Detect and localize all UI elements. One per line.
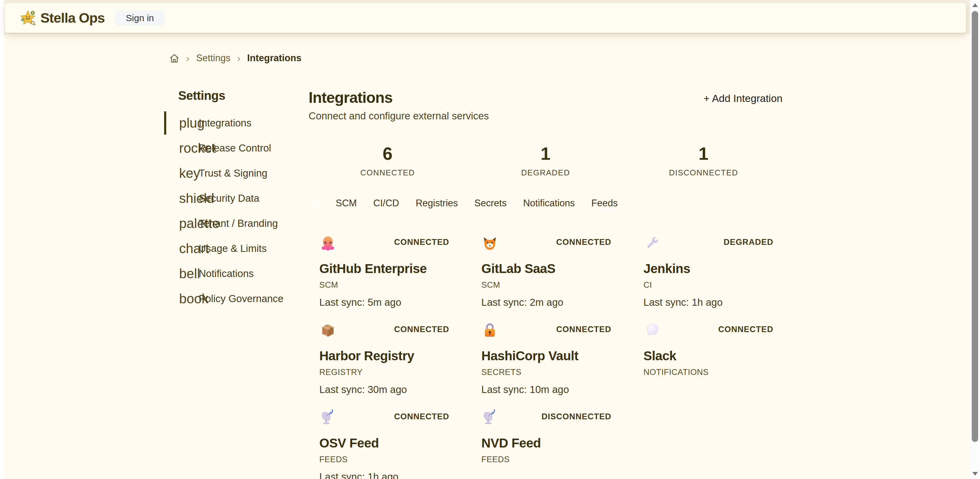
sidebar-item-label: Integrations [199, 117, 251, 129]
content-sheet: › Settings › Integrations Settings plug … [4, 34, 970, 479]
sidebar-item-label: Notifications [199, 268, 254, 279]
main-header: Integrations Connect and configure exter… [309, 89, 783, 122]
integration-name: GitHub Enterprise [319, 261, 449, 276]
integration-last-sync: Last sync: 2m ago [481, 297, 611, 308]
card-top-row: CONNECTED [481, 234, 611, 251]
breadcrumb-settings[interactable]: Settings [196, 53, 231, 64]
tab-notifications[interactable]: Notifications [523, 198, 575, 209]
stat-label: DEGRADED [466, 168, 625, 178]
tab-feeds[interactable]: Feeds [592, 198, 618, 209]
integration-card-jenkins[interactable]: DEGRADED Jenkins CI Last sync: 1h ago [633, 234, 783, 308]
breadcrumb: › Settings › Integrations [4, 53, 970, 64]
sidebar-item-label: Tenant / Branding [199, 218, 278, 229]
package-icon [319, 322, 336, 339]
sidebar-item-release-control[interactable]: rocket Release Control [164, 135, 309, 161]
stat-connected: 6 CONNECTED [309, 143, 466, 178]
sidebar-item-tenant-branding[interactable]: palette Tenant / Branding [164, 211, 309, 236]
tab-all[interactable]: All [309, 198, 319, 209]
card-top-row: CONNECTED [644, 322, 773, 339]
sidebar-item-label: Usage & Limits [199, 243, 267, 255]
sidebar-item-policy-governance[interactable]: book Policy Governance [164, 286, 309, 311]
status-badge: CONNECTED [556, 325, 611, 334]
octopus-icon [319, 234, 336, 251]
integration-card-gitlab-saas[interactable]: CONNECTED GitLab SaaS SCM Last sync: 2m … [471, 234, 620, 308]
scrollbar-down-arrow[interactable] [970, 469, 980, 479]
sidebar-item-icon-text: chart [179, 242, 199, 255]
status-badge: DEGRADED [724, 237, 773, 247]
integration-category: FEEDS [481, 455, 611, 464]
sidebar-item-icon-text: palette [179, 217, 199, 230]
integration-name: Slack [644, 349, 773, 363]
stat-value: 1 [625, 143, 783, 164]
scrollbar-up-arrow[interactable] [970, 0, 980, 10]
tab-ci-cd[interactable]: CI/CD [373, 198, 399, 209]
card-top-row: CONNECTED [481, 322, 611, 339]
stat-label: DISCONNECTED [625, 168, 783, 178]
tab-scm[interactable]: SCM [336, 198, 357, 209]
card-top-row: CONNECTED [319, 409, 449, 426]
sidebar-item-label: Security Data [199, 193, 259, 204]
down-triangle-icon [972, 472, 978, 476]
integration-name: Harbor Registry [319, 349, 449, 363]
integration-category: FEEDS [319, 455, 449, 464]
integration-card-osv-feed[interactable]: CONNECTED OSV Feed FEEDS Last sync: 1h a… [309, 409, 458, 479]
satellite-icon [319, 409, 336, 426]
integration-category: REGISTRY [319, 368, 449, 377]
breadcrumb-integrations: Integrations [247, 53, 301, 64]
vertical-scrollbar[interactable] [970, 0, 980, 479]
integration-cards-grid: CONNECTED GitHub Enterprise SCM Last syn… [309, 234, 783, 479]
sidebar-item-security-data[interactable]: shield Security Data [164, 186, 309, 211]
stella-ops-logo-icon [20, 10, 36, 26]
scrollbar-thumb[interactable] [972, 11, 978, 442]
card-top-row: DISCONNECTED [481, 409, 611, 426]
status-badge: CONNECTED [718, 325, 773, 334]
integration-name: GitLab SaaS [481, 261, 611, 276]
tab-registries[interactable]: Registries [416, 198, 458, 209]
integration-name: OSV Feed [319, 436, 449, 450]
integration-card-github-enterprise[interactable]: CONNECTED GitHub Enterprise SCM Last syn… [309, 234, 458, 308]
sidebar-item-icon-text: bell [179, 267, 199, 280]
sidebar-item-trust-signing[interactable]: key Trust & Signing [164, 161, 309, 186]
integration-last-sync: Last sync: 1h ago [319, 471, 449, 479]
speech-bubble-icon [644, 322, 661, 339]
add-integration-button[interactable]: + Add Integration [703, 92, 783, 104]
stat-label: CONNECTED [309, 168, 466, 178]
home-icon[interactable] [169, 53, 180, 64]
sidebar-item-icon-text: key [179, 167, 199, 180]
breadcrumb-separator: › [237, 53, 241, 64]
top-bar: Stella Ops Sign in [5, 3, 966, 33]
status-badge: DISCONNECTED [542, 412, 611, 422]
tab-secrets[interactable]: Secrets [474, 198, 507, 209]
sidebar-item-usage-limits[interactable]: chart Usage & Limits [164, 236, 309, 261]
page-subtitle: Connect and configure external services [309, 110, 489, 122]
integration-card-slack[interactable]: CONNECTED Slack NOTIFICATIONS [633, 322, 783, 395]
settings-sidebar: Settings plug Integrations rocket Releas… [164, 89, 309, 479]
wrench-icon [644, 234, 661, 251]
sidebar-item-notifications[interactable]: bell Notifications [164, 261, 309, 286]
integration-card-harbor-registry[interactable]: CONNECTED Harbor Registry REGISTRY Last … [309, 322, 458, 395]
status-summary: 6 CONNECTED 1 DEGRADED 1 DISCONNECTED [309, 143, 783, 178]
up-triangle-icon [972, 3, 978, 7]
status-badge: CONNECTED [394, 412, 449, 422]
category-tabs: AllSCMCI/CDRegistriesSecretsNotification… [309, 198, 783, 209]
main-header-text: Integrations Connect and configure exter… [309, 89, 489, 122]
stat-disconnected: 1 DISCONNECTED [625, 143, 783, 178]
sidebar-item-icon-text: book [179, 292, 199, 306]
sidebar-nav: plug Integrations rocket Release Control… [164, 110, 309, 311]
status-badge: CONNECTED [394, 237, 449, 247]
sidebar-item-integrations[interactable]: plug Integrations [164, 110, 309, 135]
breadcrumb-separator: › [186, 53, 189, 64]
integration-card-hashicorp-vault[interactable]: CONNECTED HashiCorp Vault SECRETS Last s… [471, 322, 620, 395]
sign-in-button[interactable]: Sign in [115, 10, 165, 26]
integration-last-sync: Last sync: 10m ago [481, 384, 611, 395]
sidebar-item-icon-text: plug [179, 116, 199, 130]
stat-degraded: 1 DEGRADED [466, 143, 625, 178]
card-top-row: DEGRADED [644, 234, 773, 251]
integration-category: SCM [319, 280, 449, 290]
integration-category: NOTIFICATIONS [644, 368, 773, 377]
integration-category: SECRETS [481, 368, 611, 377]
app-background: Stella Ops Sign in › Settings › Integrat… [4, 0, 970, 479]
card-top-row: CONNECTED [319, 322, 449, 339]
integration-card-nvd-feed[interactable]: DISCONNECTED NVD Feed FEEDS [471, 409, 620, 479]
page-title: Integrations [309, 89, 489, 107]
